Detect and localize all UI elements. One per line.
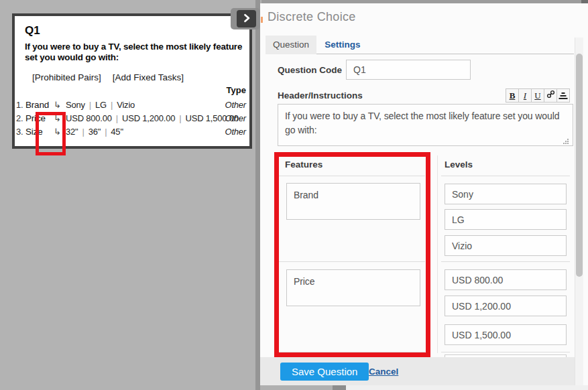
- row-divider: [278, 261, 425, 262]
- editor-footer: Save Question Cancel: [260, 357, 575, 385]
- feature-row: 1. Brand ↳ Sony|LG|Vizio Other: [16, 98, 248, 111]
- discrete-choice-editor-panel: Discrete Choice Question Settings Questi…: [260, 3, 588, 390]
- row-type: Other: [225, 113, 246, 123]
- level-value: Sony: [66, 100, 85, 110]
- column-divider: [437, 155, 438, 353]
- level-value: LG: [95, 100, 107, 110]
- level-input-1-2[interactable]: [445, 209, 567, 230]
- level-input-2-2[interactable]: [445, 296, 567, 316]
- prohibited-pairs-link[interactable]: [Prohibited Pairs]: [32, 72, 101, 82]
- horizontal-scrollbar-thumb-end[interactable]: [333, 385, 346, 390]
- screen: Q1 If you were to buy a TV, select the m…: [0, 0, 588, 390]
- separator: |: [116, 113, 118, 123]
- preview-links: [Prohibited Pairs][Add Fixed Tasks]: [32, 72, 195, 82]
- feature-row: 2. Price ↳ USD 800.00|USD 1,200.00|USD 1…: [16, 111, 248, 125]
- features-header-rule: [278, 176, 425, 176]
- row-number: 3.: [16, 127, 25, 137]
- align-button[interactable]: [556, 88, 570, 103]
- level-value: 36": [89, 127, 101, 137]
- levels-header-rule: [441, 176, 570, 176]
- insert-link-button[interactable]: [544, 88, 557, 103]
- editor-title: Discrete Choice: [268, 10, 356, 24]
- horizontal-scrollbar[interactable]: [260, 385, 588, 390]
- feature-rows: 1. Brand ↳ Sony|LG|Vizio Other 2. Price …: [16, 98, 248, 138]
- bold-button[interactable]: B: [506, 88, 519, 103]
- features-column-header: Features: [285, 159, 322, 170]
- save-question-button[interactable]: Save Question: [280, 363, 369, 381]
- sublevel-arrow-icon: ↳: [54, 127, 63, 137]
- level-input-1-3[interactable]: [445, 235, 567, 256]
- level-value: 45": [111, 127, 123, 137]
- header-instructions-label: Header/Instructions: [278, 90, 363, 101]
- preview-instructions: If you were to buy a TV, select the most…: [25, 42, 250, 63]
- vertical-scrollbar[interactable]: [575, 38, 583, 385]
- rich-text-toolbar: B I U: [506, 88, 570, 103]
- align-icon: [559, 92, 568, 100]
- link-icon: [546, 90, 555, 101]
- bold-icon: B: [510, 90, 516, 101]
- level-input-2-3[interactable]: [445, 324, 567, 345]
- feature-name: Brand: [25, 100, 54, 110]
- feature-name: Size: [25, 127, 54, 137]
- chevron-right-icon: [242, 13, 251, 25]
- preview-question-code: Q1: [25, 24, 40, 38]
- level-value: USD 800.00: [66, 113, 112, 123]
- question-code-label: Question Code: [278, 65, 342, 75]
- vertical-scrollbar-thumb[interactable]: [576, 54, 583, 277]
- panel-accent-mark: [261, 17, 263, 23]
- level-input-2-1[interactable]: [445, 269, 567, 290]
- separator: |: [179, 113, 181, 123]
- level-value: 32": [66, 127, 78, 137]
- feature-name: Price: [25, 113, 54, 123]
- question-preview-card: Q1 If you were to buy a TV, select the m…: [12, 13, 252, 149]
- row-type: Other: [225, 127, 246, 137]
- row-number: 2.: [16, 113, 25, 123]
- tab-divider: [316, 54, 574, 54]
- underline-icon: U: [534, 90, 540, 101]
- tab-question[interactable]: Question: [266, 36, 316, 54]
- feature-input-1[interactable]: Brand: [286, 183, 420, 220]
- sublevel-arrow-icon: ↳: [54, 100, 63, 110]
- row-divider: [441, 261, 570, 262]
- feature-input-2[interactable]: Price: [286, 269, 420, 306]
- cancel-link[interactable]: Cancel: [369, 367, 398, 377]
- italic-button[interactable]: I: [518, 88, 532, 103]
- separator: |: [105, 127, 107, 137]
- question-code-input[interactable]: [346, 60, 471, 80]
- sublevel-arrow-icon: ↳: [54, 113, 63, 123]
- level-input-1-1[interactable]: [445, 184, 567, 204]
- resize-grip-icon[interactable]: [563, 139, 565, 140]
- panel-shadow: [255, 0, 260, 390]
- italic-icon: I: [524, 90, 526, 101]
- type-column-header: Type: [227, 85, 246, 95]
- underline-button[interactable]: U: [531, 88, 544, 103]
- collapse-panel-button[interactable]: [237, 10, 256, 27]
- level-value: Vizio: [117, 100, 135, 110]
- separator: |: [82, 127, 84, 137]
- header-instructions-textarea[interactable]: If you were to buy a TV, select the most…: [278, 104, 573, 146]
- row-divider: [278, 352, 425, 352]
- row-number: 1.: [16, 100, 25, 110]
- separator: |: [111, 100, 113, 110]
- separator: |: [89, 100, 91, 110]
- level-value: USD 1,200.00: [122, 113, 175, 123]
- add-fixed-tasks-link[interactable]: [Add Fixed Tasks]: [113, 72, 184, 82]
- row-type: Other: [225, 100, 246, 110]
- levels-column-header: Levels: [445, 159, 473, 170]
- feature-row: 3. Size ↳ 32"|36"|45" Other: [16, 125, 248, 138]
- tab-settings[interactable]: Settings: [322, 36, 363, 54]
- row-divider: [441, 352, 570, 352]
